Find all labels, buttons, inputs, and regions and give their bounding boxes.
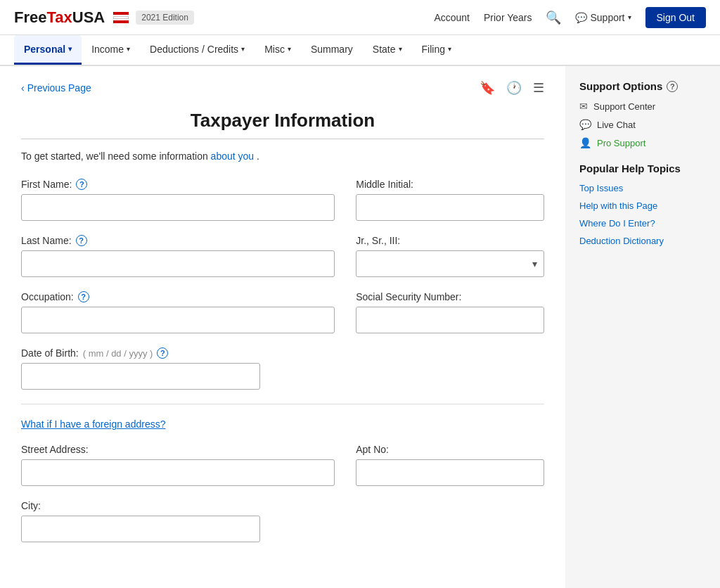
support-options-title: Support Options ?	[579, 80, 706, 92]
street-address-input[interactable]	[21, 459, 335, 486]
sign-out-button[interactable]: Sign Out	[645, 7, 706, 28]
intro-text-2: .	[257, 151, 259, 162]
occupation-label: Occupation: ?	[21, 291, 335, 302]
sidebar: Support Options ? ✉ Support Center 💬 Liv…	[565, 66, 720, 588]
content-top-bar: ‹ Previous Page 🔖 🕐 ☰	[21, 80, 544, 96]
topic-help-with-page[interactable]: Help with this Page	[579, 200, 706, 211]
logo-text: FreeTaxUSA	[14, 8, 105, 27]
nav-misc[interactable]: Misc ▾	[255, 35, 301, 65]
nav-personal[interactable]: Personal ▾	[14, 35, 82, 65]
filing-label: Filing	[422, 44, 445, 55]
list-button[interactable]: ☰	[533, 80, 544, 96]
dob-hint: ( mm / dd / yyyy )	[83, 348, 153, 359]
section-divider	[21, 404, 544, 404]
person-icon: 👤	[579, 137, 591, 148]
income-label: Income	[91, 44, 124, 55]
middle-initial-input[interactable]	[356, 194, 544, 221]
chevron-down-icon: ▾	[288, 45, 291, 53]
dob-help-icon[interactable]: ?	[157, 347, 168, 359]
topic-where-do-i-enter[interactable]: Where Do I Enter?	[579, 218, 706, 229]
bookmark-button[interactable]: 🔖	[480, 80, 495, 96]
intro-link[interactable]: about you	[211, 151, 255, 162]
lastname-row: Last Name: ? Jr., Sr., III: Jr. Sr. III …	[21, 235, 544, 277]
dob-input[interactable]	[21, 363, 260, 390]
first-name-help-icon[interactable]: ?	[76, 179, 87, 190]
chevron-down-icon: ▾	[628, 13, 631, 21]
first-name-input[interactable]	[21, 194, 335, 221]
apt-no-label: Apt No:	[356, 444, 544, 455]
apt-no-input[interactable]	[356, 459, 544, 486]
intro-text-1: To get started, we'll need some informat…	[21, 151, 208, 162]
pro-support-label: Pro Support	[597, 138, 645, 148]
support-center-label: Support Center	[593, 101, 655, 112]
ssn-col: Social Security Number:	[356, 291, 544, 333]
chevron-down-icon: ▾	[448, 45, 451, 53]
live-chat-link[interactable]: 💬 Live Chat	[579, 119, 706, 130]
popular-help-title: Popular Help Topics	[579, 162, 706, 174]
last-name-help-icon[interactable]: ?	[76, 235, 87, 246]
main-container: ‹ Previous Page 🔖 🕐 ☰ Taxpayer Informati…	[0, 66, 720, 588]
history-button[interactable]: 🕐	[506, 80, 522, 96]
last-name-col: Last Name: ?	[21, 235, 335, 277]
envelope-icon: ✉	[579, 101, 588, 112]
city-col: City:	[21, 500, 544, 542]
prior-years-link[interactable]: Prior Years	[484, 12, 532, 23]
jr-sr-select-wrapper: Jr. Sr. III IV	[356, 250, 544, 277]
nav-summary[interactable]: Summary	[301, 35, 363, 65]
logo-flag	[113, 12, 129, 23]
pro-support-link[interactable]: 👤 Pro Support	[579, 137, 706, 148]
name-row: First Name: ? Middle Initial:	[21, 179, 544, 221]
last-name-input[interactable]	[21, 250, 335, 277]
page-title: Taxpayer Information	[21, 110, 544, 132]
previous-page-link[interactable]: ‹ Previous Page	[21, 82, 91, 94]
main-nav: Personal ▾ Income ▾ Deductions / Credits…	[0, 35, 720, 66]
jr-sr-select[interactable]: Jr. Sr. III IV	[356, 250, 544, 277]
middle-initial-label: Middle Initial:	[356, 179, 544, 190]
support-button[interactable]: 💬 Support ▾	[575, 12, 631, 23]
occupation-ssn-row: Occupation: ? Social Security Number:	[21, 291, 544, 333]
street-address-label: Street Address:	[21, 444, 335, 455]
first-name-col: First Name: ?	[21, 179, 335, 221]
street-address-col: Street Address:	[21, 444, 335, 486]
occupation-col: Occupation: ?	[21, 291, 335, 333]
chevron-down-icon: ▾	[241, 45, 245, 53]
account-link[interactable]: Account	[434, 12, 470, 23]
city-input[interactable]	[21, 516, 260, 542]
previous-page-label: Previous Page	[27, 82, 91, 94]
summary-label: Summary	[311, 44, 353, 55]
edition-badge: 2021 Edition	[136, 11, 194, 25]
city-row: City:	[21, 500, 544, 542]
support-center-link[interactable]: ✉ Support Center	[579, 101, 706, 112]
ssn-input[interactable]	[356, 307, 544, 333]
logo-area: FreeTaxUSA 2021 Edition	[14, 8, 194, 27]
state-label: State	[373, 44, 396, 55]
support-label: Support	[590, 12, 624, 23]
nav-deductions[interactable]: Deductions / Credits ▾	[140, 35, 255, 65]
comment-icon: 💬	[575, 12, 587, 23]
chevron-left-icon: ‹	[21, 82, 25, 94]
toolbar-icons: 🔖 🕐 ☰	[480, 80, 544, 96]
nav-filing[interactable]: Filing ▾	[412, 35, 461, 65]
deductions-label: Deductions / Credits	[150, 44, 238, 55]
header: FreeTaxUSA 2021 Edition Account Prior Ye…	[0, 0, 720, 66]
support-options-help-icon[interactable]: ?	[667, 81, 678, 92]
topic-top-issues[interactable]: Top Issues	[579, 183, 706, 193]
search-button[interactable]: 🔍	[546, 10, 561, 25]
nav-income[interactable]: Income ▾	[82, 35, 140, 65]
misc-label: Misc	[264, 44, 285, 55]
chevron-down-icon: ▾	[68, 45, 72, 53]
topic-deduction-dictionary[interactable]: Deduction Dictionary	[579, 236, 706, 246]
first-name-label: First Name: ?	[21, 179, 335, 190]
nav-state[interactable]: State ▾	[363, 35, 412, 65]
chat-icon: 💬	[579, 119, 591, 130]
occupation-input[interactable]	[21, 307, 335, 333]
jr-sr-col: Jr., Sr., III: Jr. Sr. III IV	[356, 235, 544, 277]
occupation-help-icon[interactable]: ?	[78, 291, 89, 302]
jr-sr-label: Jr., Sr., III:	[356, 235, 544, 246]
dob-row: Date of Birth: ( mm / dd / yyyy ) ?	[21, 347, 544, 390]
address-row: Street Address: Apt No:	[21, 444, 544, 486]
foreign-address-link[interactable]: What if I have a foreign address?	[21, 418, 165, 430]
form-divider	[21, 139, 544, 139]
form-intro: To get started, we'll need some informat…	[21, 151, 544, 162]
middle-initial-col: Middle Initial:	[356, 179, 544, 221]
